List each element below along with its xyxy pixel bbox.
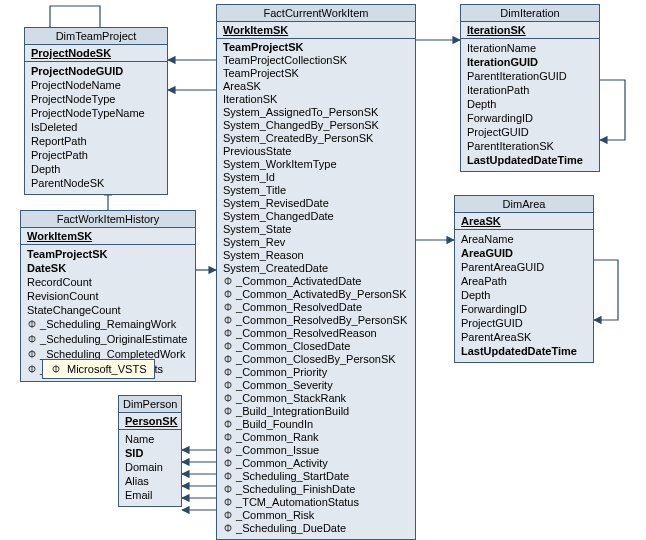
- field: System_State: [223, 223, 409, 236]
- field: System_Title: [223, 184, 409, 197]
- field: IterationPath: [467, 83, 593, 97]
- field: TeamProjectSK: [223, 67, 409, 80]
- entity-fields: NameSIDDomainAliasEmail: [119, 430, 181, 506]
- phi-icon: Φ: [223, 405, 233, 418]
- phi-icon: Φ: [223, 314, 233, 327]
- field: SID: [125, 446, 175, 460]
- field: Φ _Common_Activity: [223, 457, 409, 470]
- field: ProjectNodeName: [31, 78, 161, 92]
- entity-fact-work-item-history: FactWorkItemHistory WorkItemSK TeamProje…: [20, 210, 196, 382]
- entity-pk: WorkItemSK: [217, 22, 415, 39]
- field: Φ _Common_Risk: [223, 509, 409, 522]
- field: Domain: [125, 460, 175, 474]
- field: AreaSK: [223, 80, 409, 93]
- phi-icon: Φ: [27, 318, 37, 332]
- field: Φ _Common_ActivatedDate: [223, 275, 409, 288]
- legend-label: Microsoft_VSTS: [67, 363, 146, 375]
- field: IterationName: [467, 41, 593, 55]
- field: System_Rev: [223, 236, 409, 249]
- phi-icon: Φ: [223, 353, 233, 366]
- field: RecordCount: [27, 275, 189, 289]
- field: System_CreatedDate: [223, 262, 409, 275]
- field: IterationSK: [223, 93, 409, 106]
- phi-icon: Φ: [51, 364, 61, 375]
- field: Φ _Common_ResolvedDate: [223, 301, 409, 314]
- entity-pk: PersonSK: [119, 413, 181, 430]
- field: ParentAreaGUID: [461, 260, 587, 274]
- phi-icon: Φ: [223, 340, 233, 353]
- entity-dim-person: DimPerson PersonSK NameSIDDomainAliasEma…: [118, 395, 182, 507]
- phi-icon: Φ: [223, 457, 233, 470]
- entity-title: DimTeamProject: [25, 28, 167, 45]
- phi-icon: Φ: [223, 431, 233, 444]
- phi-icon: Φ: [223, 301, 233, 314]
- field: Φ _Scheduling_DueDate: [223, 522, 409, 535]
- field: ProjectPath: [31, 148, 161, 162]
- phi-icon: Φ: [223, 522, 233, 535]
- field: AreaName: [461, 232, 587, 246]
- field: Φ _Scheduling_StartDate: [223, 470, 409, 483]
- entity-dim-area: DimArea AreaSK AreaNameAreaGUIDParentAre…: [454, 195, 594, 363]
- field: Φ _Scheduling_OriginalEstimate: [27, 332, 189, 347]
- entity-title: DimArea: [455, 196, 593, 213]
- field: ParentIterationSK: [467, 139, 593, 153]
- field: ParentNodeSK: [31, 176, 161, 190]
- field: PreviousState: [223, 145, 409, 158]
- phi-icon: Φ: [27, 363, 37, 377]
- field: ProjectNodeGUID: [31, 64, 161, 78]
- phi-icon: Φ: [223, 379, 233, 392]
- field: Φ _Common_StackRank: [223, 392, 409, 405]
- phi-icon: Φ: [223, 444, 233, 457]
- field: Φ _Common_Priority: [223, 366, 409, 379]
- field: Φ _Common_Issue: [223, 444, 409, 457]
- field: TeamProjectSK: [27, 247, 189, 261]
- field: AreaPath: [461, 274, 587, 288]
- field: IterationGUID: [467, 55, 593, 69]
- field: ReportPath: [31, 134, 161, 148]
- field: Depth: [31, 162, 161, 176]
- entity-pk: WorkItemSK: [21, 228, 195, 245]
- phi-icon: Φ: [223, 392, 233, 405]
- field: LastUpdatedDateTime: [461, 344, 587, 358]
- field: System_AssignedTo_PersonSK: [223, 106, 409, 119]
- entity-fields: IterationNameIterationGUIDParentIteratio…: [461, 39, 599, 171]
- field: Φ _Common_ClosedBy_PersonSK: [223, 353, 409, 366]
- field: RevisionCount: [27, 289, 189, 303]
- field: ParentIterationGUID: [467, 69, 593, 83]
- field: ForwardingID: [461, 302, 587, 316]
- field: LastUpdatedDateTime: [467, 153, 593, 167]
- field: ProjectGUID: [461, 316, 587, 330]
- field: IsDeleted: [31, 120, 161, 134]
- entity-fact-current-work-item: FactCurrentWorkItem WorkItemSK TeamProje…: [216, 4, 416, 540]
- field: System_Id: [223, 171, 409, 184]
- phi-icon: Φ: [223, 483, 233, 496]
- field: DateSK: [27, 261, 189, 275]
- phi-icon: Φ: [223, 470, 233, 483]
- field: System_WorkItemType: [223, 158, 409, 171]
- entity-pk: AreaSK: [455, 213, 593, 230]
- phi-icon: Φ: [223, 288, 233, 301]
- field: System_RevisedDate: [223, 197, 409, 210]
- field: ProjectNodeType: [31, 92, 161, 106]
- entity-title: FactWorkItemHistory: [21, 211, 195, 228]
- phi-icon: Φ: [27, 333, 37, 347]
- field: Depth: [467, 97, 593, 111]
- phi-icon: Φ: [223, 418, 233, 431]
- entity-fields: AreaNameAreaGUIDParentAreaGUIDAreaPathDe…: [455, 230, 593, 362]
- field: ParentAreaSK: [461, 330, 587, 344]
- entity-pk: IterationSK: [461, 22, 599, 39]
- field: Φ _Common_ResolvedBy_PersonSK: [223, 314, 409, 327]
- field: System_Reason: [223, 249, 409, 262]
- field: ProjectGUID: [467, 125, 593, 139]
- field: Φ _Common_Rank: [223, 431, 409, 444]
- phi-icon: Φ: [223, 327, 233, 340]
- field: Φ _Common_ActivatedBy_PersonSK: [223, 288, 409, 301]
- field: Depth: [461, 288, 587, 302]
- field: ProjectNodeTypeName: [31, 106, 161, 120]
- phi-icon: Φ: [223, 509, 233, 522]
- entity-title: FactCurrentWorkItem: [217, 5, 415, 22]
- entity-dim-team-project: DimTeamProject ProjectNodeSK ProjectNode…: [24, 27, 168, 195]
- entity-fields: ProjectNodeGUIDProjectNodeNameProjectNod…: [25, 62, 167, 194]
- entity-fields: TeamProjectSKTeamProjectCollectionSKTeam…: [217, 39, 415, 539]
- entity-pk: ProjectNodeSK: [25, 45, 167, 62]
